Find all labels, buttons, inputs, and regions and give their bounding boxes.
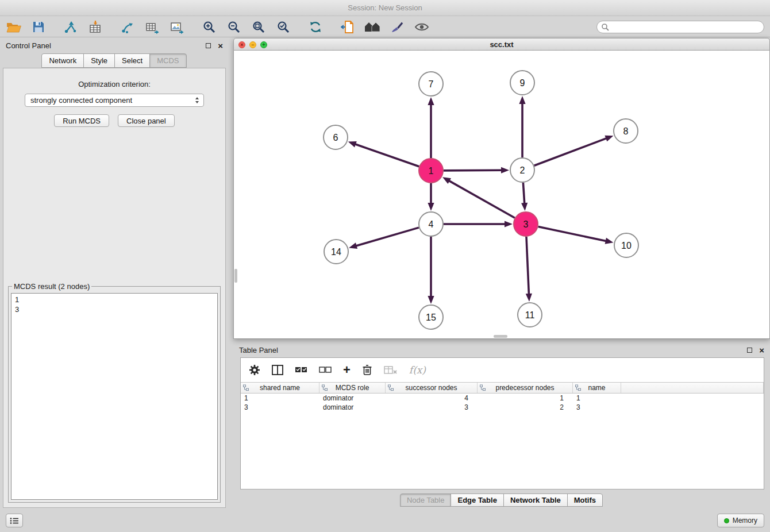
graph-edge-3-11[interactable]	[526, 237, 529, 295]
vertical-scrollbar-thumb[interactable]	[234, 269, 237, 283]
control-panel-header: Control Panel ×	[0, 38, 229, 53]
edge-arrowhead-icon	[521, 203, 528, 211]
table-cell: 1	[573, 394, 621, 403]
window-minimize-button[interactable]: −	[249, 41, 256, 48]
graph-edge-1-6[interactable]	[355, 144, 419, 167]
zoom-in-button[interactable]	[201, 19, 217, 35]
zoom-out-button[interactable]	[226, 19, 242, 35]
edge-arrowhead-icon	[442, 177, 451, 184]
zoom-fit-button[interactable]	[251, 19, 267, 35]
close-panel-button[interactable]: Close panel	[118, 114, 175, 127]
export-image-button[interactable]	[169, 19, 185, 35]
network-window-titlebar[interactable]: × − + scc.txt	[233, 38, 770, 51]
graph-node-label: 2	[520, 165, 525, 175]
edge-arrowhead-icon	[428, 296, 434, 304]
float-table-panel-icon[interactable]	[747, 348, 752, 353]
column-sort-icon	[243, 384, 249, 391]
zoom-selected-button[interactable]	[275, 19, 291, 35]
graph-node-label: 1	[429, 166, 434, 176]
column-header-name[interactable]: name	[573, 383, 621, 393]
graph-edge-1-2[interactable]	[444, 170, 502, 171]
edge-arrowhead-icon	[428, 203, 434, 211]
graph-edge-3-10[interactable]	[538, 227, 607, 241]
network-canvas[interactable]: 7968124314101511	[233, 51, 770, 339]
refresh-icon	[309, 20, 322, 34]
search-icon	[601, 23, 609, 31]
search-box[interactable]	[596, 21, 764, 33]
window-close-button[interactable]: ×	[238, 41, 245, 48]
tab-style[interactable]: Style	[83, 53, 115, 68]
delete-column-button[interactable]	[362, 364, 372, 376]
mcds-result-item[interactable]: 1	[15, 295, 214, 304]
table-cell: 2	[478, 403, 573, 412]
edge-arrowhead-icon	[501, 167, 509, 174]
mcds-result-item[interactable]: 3	[15, 304, 214, 314]
select-all-button[interactable]	[295, 366, 307, 374]
graph-node-label: 6	[333, 133, 338, 142]
save-session-button[interactable]	[30, 19, 47, 35]
tab-network[interactable]: Network	[41, 53, 84, 68]
tab-mcds[interactable]: MCDS	[149, 53, 186, 68]
deselect-all-button[interactable]	[319, 366, 332, 374]
table-cell: 3	[573, 403, 621, 412]
horizontal-scrollbar-thumb[interactable]	[494, 335, 507, 338]
tab-select[interactable]: Select	[114, 53, 150, 68]
first-neighbors-button[interactable]	[340, 19, 356, 35]
graph-edge-2-3[interactable]	[523, 183, 524, 204]
layout-button[interactable]	[364, 19, 380, 35]
table-row[interactable]: 3dominator323	[241, 403, 764, 412]
delete-table-button[interactable]	[384, 365, 398, 375]
open-session-button[interactable]	[6, 19, 22, 35]
column-sort-icon	[322, 384, 328, 391]
table-tab-node-table[interactable]: Node Table	[400, 494, 452, 507]
add-column-button[interactable]: +	[343, 366, 351, 374]
mcds-result-box: MCDS result (2 nodes) 13	[8, 282, 221, 503]
houses-icon	[364, 21, 380, 33]
column-header-successor-nodes[interactable]: successor nodes	[386, 383, 478, 393]
criterion-dropdown[interactable]: strongly connected component	[25, 94, 204, 107]
close-panel-icon[interactable]: ×	[218, 43, 223, 48]
float-panel-icon[interactable]	[206, 43, 211, 48]
export-table-button[interactable]	[144, 19, 160, 35]
column-header-shared-name[interactable]: shared name	[241, 383, 319, 393]
apply-style-button[interactable]	[389, 19, 405, 35]
trash-icon	[362, 364, 372, 376]
graph-edge-3-1[interactable]	[448, 180, 514, 218]
mcds-result-title: MCDS result (2 nodes)	[12, 282, 91, 291]
table-cell-filler	[621, 394, 764, 403]
function-builder-button[interactable]: f(x)	[409, 364, 426, 376]
table-tab-edge-table[interactable]: Edge Table	[451, 494, 503, 507]
mcds-result-list[interactable]: 13	[11, 293, 218, 500]
export-image-icon	[170, 20, 184, 34]
graph-edge-4-14[interactable]	[356, 228, 419, 246]
window-zoom-button[interactable]: +	[260, 41, 267, 48]
search-input[interactable]	[612, 22, 756, 32]
column-header-predecessor-nodes[interactable]: predecessor nodes	[478, 383, 573, 393]
memory-button[interactable]: Memory	[717, 514, 764, 527]
console-panel-button[interactable]	[6, 514, 23, 527]
edge-arrowhead-icon	[519, 96, 525, 104]
refresh-button[interactable]	[307, 19, 324, 35]
import-table-button[interactable]	[87, 19, 103, 35]
network-graph[interactable]: 7968124314101511	[234, 51, 769, 338]
column-header-mcds-role[interactable]: MCDS role	[319, 383, 386, 393]
table-cell: 4	[386, 394, 478, 403]
table-cell: 1	[478, 394, 573, 403]
main-toolbar	[0, 17, 770, 37]
show-columns-button[interactable]	[272, 365, 283, 375]
show-hide-button[interactable]	[414, 19, 430, 35]
close-table-panel-icon[interactable]: ×	[759, 348, 764, 353]
export-network-button[interactable]	[120, 19, 136, 35]
table-row[interactable]: 1dominator411	[241, 394, 764, 403]
table-settings-button[interactable]	[249, 364, 260, 376]
import-network-button[interactable]	[63, 19, 79, 35]
run-mcds-button[interactable]: Run MCDS	[54, 114, 109, 127]
edge-arrowhead-icon	[605, 136, 613, 141]
graph-edge-2-8[interactable]	[534, 138, 607, 165]
table-tab-network-table[interactable]: Network Table	[503, 494, 568, 507]
control-panel-title: Control Panel	[6, 41, 51, 50]
list-icon	[10, 517, 19, 525]
table-tab-motifs[interactable]: Motifs	[567, 494, 603, 507]
edge-arrowhead-icon	[526, 294, 532, 302]
column-header-label: successor nodes	[405, 384, 457, 392]
